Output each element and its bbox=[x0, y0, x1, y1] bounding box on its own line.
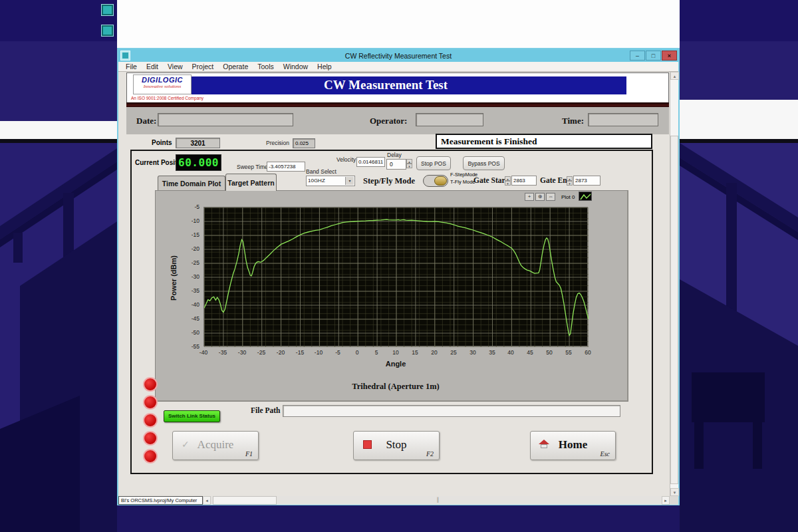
precision-field[interactable]: 0.025 bbox=[293, 138, 315, 148]
x-tick-label: 30 bbox=[466, 349, 480, 356]
spinner-down-icon[interactable]: ▼ bbox=[567, 181, 573, 186]
status-led bbox=[143, 449, 158, 464]
menu-file[interactable]: File bbox=[121, 63, 142, 70]
title-bar[interactable]: CW Reflectivity Measurement Test – □ × bbox=[118, 49, 678, 62]
date-label: Date: bbox=[136, 116, 156, 126]
logo-name: DIGILOGIC bbox=[134, 75, 191, 84]
stop-button[interactable]: Stop F2 bbox=[353, 431, 440, 460]
menu-window[interactable]: Window bbox=[279, 63, 313, 70]
graph-caption: Trihedral (Aperture 1m) bbox=[296, 382, 495, 392]
desktop-icon[interactable] bbox=[101, 25, 114, 37]
delay-field[interactable]: 0 bbox=[386, 159, 406, 170]
target-pattern-page: + ⊕ ⇔ Plot 0 Power (dBm) -5-10-15-20-25-… bbox=[155, 190, 628, 402]
y-tick-label: -50 bbox=[185, 329, 200, 336]
step-fly-toggle[interactable] bbox=[423, 175, 448, 187]
x-tick-label: 60 bbox=[581, 349, 595, 356]
spinner-down-icon[interactable]: ▼ bbox=[406, 164, 412, 168]
plot-legend-chip[interactable] bbox=[579, 192, 592, 201]
horizontal-scrollbar[interactable]: ║ bbox=[211, 496, 662, 505]
project-context-tab[interactable]: BI's ORCSMS.lvproj/My Computer bbox=[118, 496, 203, 505]
scroll-up-icon[interactable]: ▲ bbox=[670, 72, 679, 80]
points-field[interactable]: 3201 bbox=[176, 138, 220, 148]
tab-time-domain-plot[interactable]: Time Domain Plot bbox=[158, 176, 225, 191]
scroll-down-icon[interactable]: ▼ bbox=[670, 488, 679, 496]
x-tick-label: -25 bbox=[254, 349, 269, 356]
info-band: Date: Operator: Time: bbox=[126, 107, 669, 134]
desktop-icon[interactable] bbox=[101, 4, 114, 16]
vertical-scrollbar[interactable]: ▲ ▼ bbox=[670, 72, 678, 496]
home-key-label: Esc bbox=[600, 450, 610, 458]
x-tick-label: -15 bbox=[293, 349, 307, 356]
maximize-button-icon[interactable]: □ bbox=[646, 51, 661, 61]
gate-end-field[interactable]: 2873 bbox=[573, 176, 600, 186]
crosshair-tool-icon[interactable]: + bbox=[525, 193, 534, 201]
gate-start-spinner[interactable]: ▲ ▼ bbox=[505, 176, 511, 186]
time-field[interactable] bbox=[588, 113, 658, 126]
target-pattern-plot[interactable] bbox=[203, 207, 588, 346]
x-tick-label: 25 bbox=[446, 349, 461, 356]
front-panel: CW Measurement Test DIGILOGIC Innovative… bbox=[118, 72, 670, 496]
status-led bbox=[143, 413, 158, 428]
y-tick-label: -15 bbox=[185, 231, 200, 238]
menu-view[interactable]: View bbox=[163, 63, 188, 70]
date-field[interactable] bbox=[158, 113, 293, 126]
scroll-left-icon[interactable]: ◂ bbox=[203, 496, 211, 505]
pan-tool-icon[interactable]: ⇔ bbox=[546, 193, 555, 201]
band-select-dropdown[interactable]: 10GHZ ▾ bbox=[306, 176, 355, 186]
home-button[interactable]: Home Esc bbox=[530, 431, 616, 460]
spinner-up-icon[interactable]: ▲ bbox=[505, 176, 511, 181]
delay-spinner[interactable]: ▲ ▼ bbox=[406, 159, 412, 170]
zoom-tool-icon[interactable]: ⊕ bbox=[535, 193, 545, 201]
file-path-field[interactable] bbox=[283, 405, 620, 417]
velocity-field[interactable]: 0.0146811 bbox=[356, 157, 385, 167]
x-tick-label: 50 bbox=[542, 349, 557, 356]
scroll-right-icon[interactable]: ▸ bbox=[662, 496, 670, 505]
menu-bar: FileEditViewProjectOperateToolsWindowHel… bbox=[118, 62, 678, 72]
switch-link-status-button[interactable]: Switch Link Status bbox=[164, 410, 220, 422]
gate-start-field[interactable]: 2863 bbox=[511, 176, 537, 186]
x-tick-label: -10 bbox=[311, 349, 326, 356]
menu-project[interactable]: Project bbox=[188, 63, 219, 70]
scrollbar-corner bbox=[670, 496, 678, 505]
sweep-time-field[interactable]: -3.4057238 bbox=[267, 162, 305, 172]
minimize-button-icon[interactable]: – bbox=[630, 51, 645, 61]
desktop-white-band-left bbox=[0, 121, 117, 139]
status-led bbox=[143, 377, 158, 392]
gate-end-spinner[interactable]: ▲ ▼ bbox=[567, 176, 573, 186]
y-tick-label: -35 bbox=[185, 287, 200, 294]
stop-pos-button[interactable]: Stop POS bbox=[416, 156, 451, 170]
vertical-scrollbar-thumb[interactable] bbox=[670, 136, 678, 484]
desktop-bottom-strip bbox=[117, 505, 680, 532]
toggle-knob[interactable] bbox=[434, 176, 447, 186]
y-tick-label: -45 bbox=[185, 315, 200, 322]
stop-button-label: Stop bbox=[354, 438, 439, 452]
chevron-down-icon[interactable]: ▾ bbox=[345, 177, 354, 185]
x-tick-label: 10 bbox=[388, 349, 403, 356]
t-fly-mode-label: T-Fly Mode bbox=[450, 179, 475, 185]
acquire-button[interactable]: ✓ Acquire F1 bbox=[172, 431, 259, 460]
file-path-label: File Path bbox=[251, 406, 280, 414]
menu-tools[interactable]: Tools bbox=[253, 63, 279, 70]
y-tick-label: -25 bbox=[185, 259, 200, 266]
close-button-icon[interactable]: × bbox=[662, 51, 677, 61]
spinner-up-icon[interactable]: ▲ bbox=[406, 159, 412, 164]
x-axis-title: Angle bbox=[362, 360, 429, 368]
spinner-up-icon[interactable]: ▲ bbox=[567, 176, 573, 181]
horizontal-scrollbar-thumb[interactable] bbox=[213, 496, 277, 505]
stop-key-label: F2 bbox=[426, 450, 434, 458]
plot-canvas bbox=[204, 207, 589, 347]
operator-field[interactable] bbox=[416, 113, 483, 126]
bypass-pos-button[interactable]: Bypass POS bbox=[463, 156, 505, 170]
menu-edit[interactable]: Edit bbox=[142, 63, 163, 70]
desktop-background-left bbox=[0, 143, 117, 532]
menu-operate[interactable]: Operate bbox=[218, 63, 253, 70]
spinner-down-icon[interactable]: ▼ bbox=[505, 181, 511, 186]
x-tick-label: 35 bbox=[485, 349, 499, 356]
x-tick-label: -35 bbox=[215, 349, 230, 356]
header-banner-box: CW Measurement Test DIGILOGIC Innovative… bbox=[126, 72, 669, 103]
points-label: Points bbox=[152, 139, 172, 146]
tab-target-pattern[interactable]: Target Pattern bbox=[225, 174, 277, 191]
logo-cert-text: An ISO 9001:2008 Certified Company bbox=[131, 96, 203, 100]
menu-help[interactable]: Help bbox=[313, 63, 336, 70]
step-fly-mode-label: Step/Fly Mode bbox=[363, 176, 415, 186]
